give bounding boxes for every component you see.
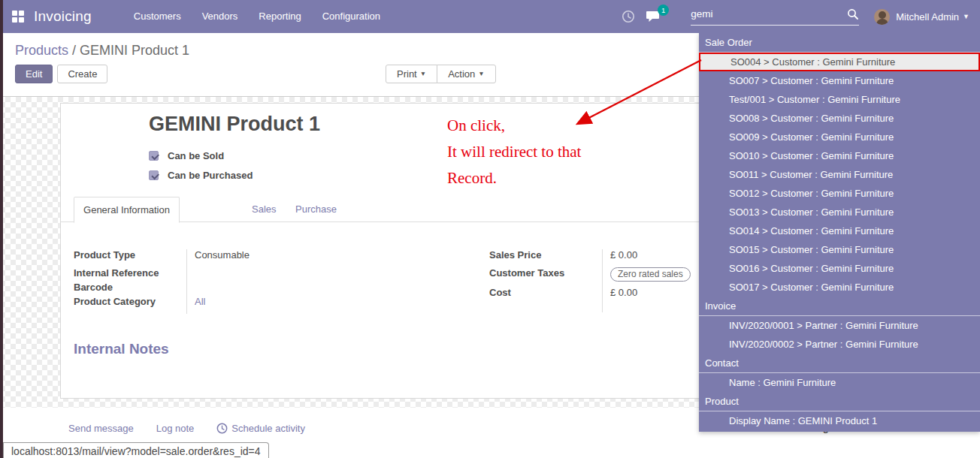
search-icon[interactable] <box>847 8 859 20</box>
activities-clock-icon[interactable] <box>622 10 635 23</box>
dropdown-section-header: Contact <box>699 354 980 373</box>
annotation-note: On click, It will redirect to that Recor… <box>447 113 581 191</box>
dropdown-item[interactable]: SO007 > Customer : Gemini Furniture <box>699 71 980 90</box>
messages-count-badge: 1 <box>658 5 669 16</box>
dropdown-item[interactable]: INV/2020/0002 > Partner : Gemini Furnitu… <box>699 335 980 354</box>
dropdown-item[interactable]: Test/001 > Customer : Gemini Furniture <box>699 90 980 109</box>
breadcrumb-products-link[interactable]: Products <box>15 43 68 58</box>
barcode-value <box>195 282 344 296</box>
user-menu-caret-icon[interactable]: ▼ <box>963 13 969 20</box>
menu-vendors[interactable]: Vendors <box>192 0 249 33</box>
dropdown-item[interactable]: INV/2020/0001 > Partner : Gemini Furnitu… <box>699 316 980 335</box>
menu-reporting[interactable]: Reporting <box>248 0 311 33</box>
customer-taxes-tag[interactable]: Zero rated sales <box>610 267 691 282</box>
tab-general-information[interactable]: General Information <box>74 197 180 223</box>
apps-menu-icon[interactable] <box>12 11 24 23</box>
breadcrumb-separator: / <box>68 43 80 58</box>
schedule-activity-button[interactable]: Schedule activity <box>216 423 305 434</box>
action-caret-icon: ▼ <box>478 70 484 77</box>
breadcrumb-current: GEMINI Product 1 <box>80 43 189 58</box>
clock-icon <box>216 423 228 434</box>
breadcrumb: Products / GEMINI Product 1 <box>15 43 189 59</box>
dropdown-item[interactable]: Display Name : GEMINI Product 1 <box>699 411 980 430</box>
global-search <box>691 8 859 26</box>
user-name[interactable]: Mitchell Admin <box>896 11 959 23</box>
user-avatar[interactable] <box>874 9 890 25</box>
search-input[interactable] <box>691 8 847 20</box>
navbar-right: 1 Mitchell Admin ▼ <box>622 8 980 26</box>
menu-customers[interactable]: Customers <box>123 0 192 33</box>
product-category-link[interactable]: All <box>195 296 344 314</box>
dropdown-item[interactable]: SO004 > Customer : Gemini Furniture <box>699 53 980 71</box>
main-menu: CustomersVendorsReportingConfiguration <box>123 0 391 33</box>
internal-notes-heading: Internal Notes <box>74 341 169 357</box>
dropdown-section-header: Invoice <box>699 297 980 316</box>
menu-configuration[interactable]: Configuration <box>312 0 391 33</box>
dropdown-item[interactable]: SO008 > Customer : Gemini Furniture <box>699 109 980 128</box>
dropdown-section-header: Sale Order <box>699 33 980 53</box>
dropdown-item[interactable]: SO015 > Customer : Gemini Furniture <box>699 240 980 259</box>
screen-left-edge <box>0 0 3 458</box>
print-button[interactable]: Print▼ <box>386 65 437 83</box>
checkbox-checked-icon[interactable] <box>149 170 159 180</box>
can-be-purchased-checkbox[interactable]: Can be Purchased <box>149 170 253 181</box>
app-title[interactable]: Invoicing <box>34 8 92 25</box>
dropdown-item[interactable]: SO012 > Customer : Gemini Furniture <box>699 184 980 203</box>
search-dropdown: Sale OrderSO004 > Customer : Gemini Furn… <box>699 33 980 432</box>
internal-reference-value <box>195 267 344 282</box>
checkbox-checked-icon[interactable] <box>149 151 159 161</box>
dropdown-section-header: Product <box>699 392 980 411</box>
log-note-button[interactable]: Log note <box>156 423 195 434</box>
dropdown-item[interactable]: SO014 > Customer : Gemini Furniture <box>699 221 980 240</box>
tab-sales[interactable]: Sales <box>240 197 289 222</box>
top-navbar: Invoicing CustomersVendorsReportingConfi… <box>0 0 980 33</box>
dropdown-item[interactable]: Name : Gemini Furniture <box>699 373 980 392</box>
dropdown-item[interactable]: SO016 > Customer : Gemini Furniture <box>699 259 980 278</box>
form-buttons: Edit Create <box>15 65 107 83</box>
field-values: Consumable All <box>186 249 344 314</box>
messages-icon[interactable]: 1 <box>646 10 661 23</box>
dropdown-item[interactable]: SO011 > Customer : Gemini Furniture <box>699 165 980 184</box>
create-button[interactable]: Create <box>57 65 107 83</box>
can-be-sold-checkbox[interactable]: Can be Sold <box>149 150 224 161</box>
action-button[interactable]: Action▼ <box>437 65 496 83</box>
field-labels: Product Type Internal Reference Barcode … <box>74 249 186 314</box>
dropdown-item[interactable]: SO017 > Customer : Gemini Furniture <box>699 278 980 297</box>
send-message-button[interactable]: Send message <box>68 423 134 434</box>
browser-status-bar: localhost:8013/mail/view?model=sale.orde… <box>3 442 269 458</box>
field-labels: Sales Price Customer Taxes Cost <box>489 249 602 312</box>
product-title: GEMINI Product 1 <box>149 113 320 136</box>
print-caret-icon: ▼ <box>420 70 426 77</box>
print-action-group: Print▼ Action▼ <box>386 65 496 83</box>
dropdown-item[interactable]: SO010 > Customer : Gemini Furniture <box>699 146 980 165</box>
dropdown-item[interactable]: SO009 > Customer : Gemini Furniture <box>699 128 980 146</box>
odoo-app-window: Invoicing CustomersVendorsReportingConfi… <box>0 0 980 458</box>
tab-purchase[interactable]: Purchase <box>283 197 349 222</box>
field-group-left: Product Type Internal Reference Barcode … <box>74 249 344 314</box>
dropdown-item[interactable]: SO013 > Customer : Gemini Furniture <box>699 203 980 221</box>
product-type-value: Consumable <box>195 249 344 267</box>
edit-button[interactable]: Edit <box>15 65 53 83</box>
